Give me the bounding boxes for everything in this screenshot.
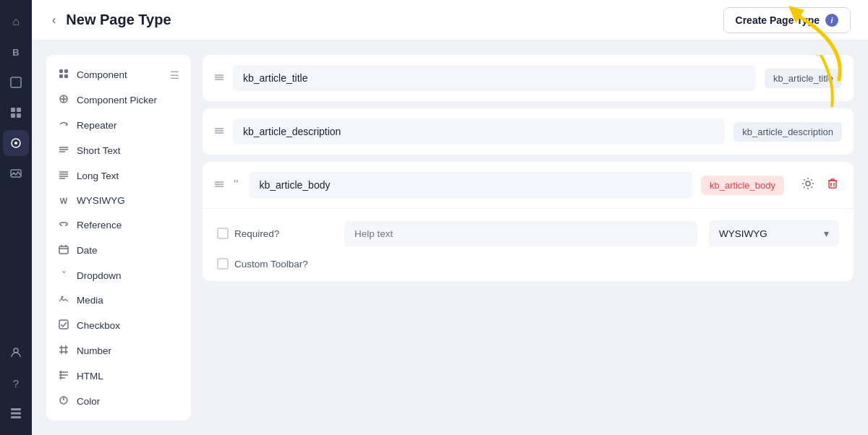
svg-rect-9: [11, 408, 21, 410]
main-area: ‹ New Page Type Create Page Type i Compo…: [32, 0, 868, 435]
field-row-title: kb_article_title: [203, 55, 854, 101]
long-text-icon: [58, 170, 69, 182]
component-list-icon: ☰: [170, 69, 179, 81]
field-name-input-description[interactable]: [233, 119, 725, 145]
field-card-description: kb_article_description: [203, 108, 854, 155]
svg-rect-11: [11, 416, 21, 418]
field-tag-description: kb_article_description: [733, 122, 842, 142]
blog-icon[interactable]: B: [3, 39, 29, 65]
svg-rect-1: [11, 108, 15, 112]
field-options-body: Required? WYSIWYG ▾ Custom Toolbar?: [203, 209, 854, 281]
sidebar-item-dropdown[interactable]: ˅ Dropdown: [46, 263, 191, 288]
drag-handle-body[interactable]: [214, 178, 224, 192]
body-layout: Component ☰ Component Picker: [32, 40, 868, 435]
svg-rect-15: [64, 74, 68, 78]
sidebar-item-number[interactable]: Number: [46, 338, 191, 363]
sidebar-item-media[interactable]: Media: [46, 288, 191, 313]
html-icon: [58, 370, 69, 382]
field-card-title: kb_article_title: [203, 55, 854, 101]
svg-point-30: [61, 296, 64, 298]
sidebar-item-color[interactable]: Color: [46, 389, 191, 414]
svg-rect-3: [11, 113, 15, 118]
back-button[interactable]: ‹: [49, 11, 59, 30]
repeater-icon: [58, 119, 69, 132]
field-row-body: " kb_article_body: [203, 162, 854, 209]
field-name-input-body[interactable]: [249, 172, 692, 198]
custom-toolbar-label: Custom Toolbar?: [234, 259, 308, 270]
create-page-type-button[interactable]: Create Page Type i: [723, 7, 851, 33]
sidebar-item-long-text[interactable]: Long Text: [46, 163, 191, 189]
media-icon[interactable]: [3, 160, 29, 186]
required-option: Required?: [217, 228, 333, 239]
field-card-body: " kb_article_body: [203, 162, 854, 281]
page-title: New Page Type: [66, 12, 171, 28]
sidebar-item-dropdown-label: Dropdown: [77, 270, 122, 281]
content-area: kb_article_title kb_article_description: [203, 55, 854, 421]
users-icon[interactable]: [3, 340, 29, 366]
sidebar-item-component[interactable]: Component ☰: [46, 62, 191, 87]
sidebar-item-repeater[interactable]: Repeater: [46, 113, 191, 138]
svg-point-51: [806, 181, 810, 186]
dropdown-icon: ˅: [58, 270, 69, 281]
sidebar-item-component-picker-label: Component Picker: [77, 95, 157, 105]
header: ‹ New Page Type Create Page Type i: [32, 0, 868, 40]
sidebar-item-repeater-label: Repeater: [77, 120, 117, 131]
color-icon: [58, 395, 69, 408]
svg-rect-10: [11, 413, 21, 415]
type-select[interactable]: WYSIWYG ▾: [709, 220, 839, 246]
sidebar-item-wysiwyg-label: WYSIWYG: [77, 195, 125, 206]
sidebar-item-reference[interactable]: Reference: [46, 212, 191, 238]
settings-icon[interactable]: [3, 400, 29, 426]
svg-rect-52: [829, 181, 836, 188]
svg-rect-31: [59, 320, 68, 329]
sidebar-item-reference-label: Reference: [77, 220, 122, 231]
sidebar-item-color-label: Color: [77, 396, 100, 407]
sidebar-item-short-text[interactable]: Short Text: [46, 138, 191, 163]
page-icon[interactable]: [3, 69, 29, 95]
required-checkbox[interactable]: [217, 228, 229, 239]
field-settings-button[interactable]: [799, 174, 817, 196]
widget-icon[interactable]: [3, 130, 29, 156]
field-tag-title: kb_article_title: [765, 69, 842, 88]
field-row-description: kb_article_description: [203, 108, 854, 155]
sidebar-item-html-label: HTML: [77, 371, 103, 382]
help-icon[interactable]: ?: [3, 370, 29, 396]
sidebar-item-checkbox-label: Checkbox: [77, 320, 120, 331]
field-actions-body: [799, 174, 842, 196]
number-icon: [58, 345, 69, 357]
sidebar-item-number-label: Number: [77, 345, 111, 356]
sidebar-item-date-label: Date: [77, 245, 98, 256]
drag-handle-description[interactable]: [214, 126, 224, 138]
create-button-label: Create Page Type: [736, 14, 820, 26]
short-text-icon: [58, 145, 69, 157]
help-text-input[interactable]: [344, 221, 697, 246]
sidebar-item-html[interactable]: HTML: [46, 363, 191, 389]
required-label: Required?: [234, 228, 279, 239]
sidebar-item-component-picker[interactable]: Component Picker: [46, 87, 191, 113]
svg-rect-0: [11, 77, 21, 87]
home-icon[interactable]: ⌂: [3, 9, 29, 35]
sidebar-item-wysiwyg[interactable]: W WYSIWYG: [46, 189, 191, 212]
svg-rect-26: [59, 246, 68, 254]
sidebar-item-date[interactable]: Date: [46, 238, 191, 263]
custom-toolbar-checkbox[interactable]: [217, 258, 229, 270]
drag-handle-title[interactable]: [214, 72, 224, 85]
component-icon: [58, 69, 69, 81]
sidebar-item-checkbox[interactable]: Checkbox: [46, 313, 191, 338]
media-field-icon: [58, 294, 69, 306]
field-name-input-title[interactable]: [233, 65, 756, 91]
svg-rect-12: [59, 69, 63, 73]
sidebar-item-short-text-label: Short Text: [77, 145, 121, 156]
component-picker-icon: [58, 94, 69, 106]
svg-rect-14: [59, 74, 63, 78]
grid-icon[interactable]: [3, 100, 29, 126]
sidebar-panel: Component ☰ Component Picker: [46, 55, 191, 421]
checkbox-icon: [58, 319, 69, 332]
header-left: ‹ New Page Type: [49, 11, 171, 30]
field-delete-button[interactable]: [823, 174, 842, 196]
svg-rect-2: [17, 108, 21, 112]
reference-icon: [58, 219, 69, 231]
svg-point-6: [14, 142, 17, 145]
quote-icon: ": [233, 178, 237, 193]
svg-point-8: [14, 348, 18, 353]
